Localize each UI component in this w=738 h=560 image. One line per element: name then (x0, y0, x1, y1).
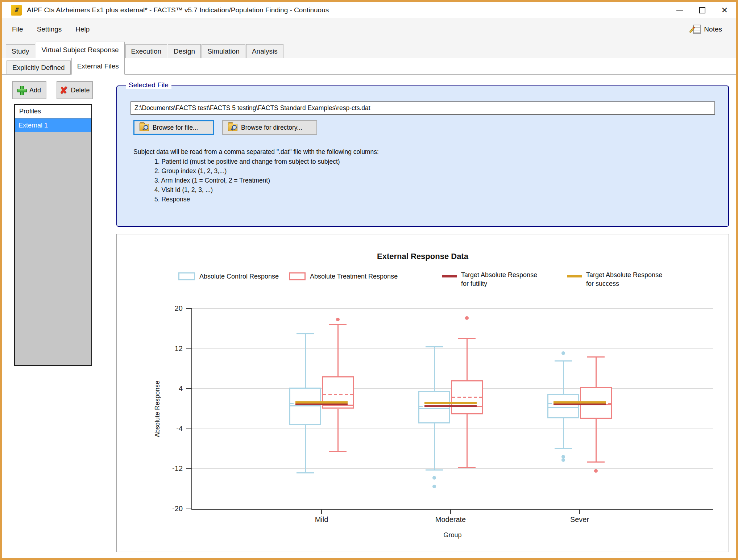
menu-items: FileSettingsHelp (2, 22, 96, 37)
column-item: 2. Group index (1, 2, 3,...) (133, 166, 379, 176)
add-button[interactable]: Add (12, 81, 46, 99)
treatment-sever-whisker-top (596, 357, 597, 387)
xtick-label-Moderate: Moderate (418, 515, 483, 524)
main-tab-row: StudyVirtual Subject ResponseExecutionDe… (2, 41, 736, 58)
control-mild-cap-bottom (297, 472, 314, 473)
maximize-button[interactable] (691, 2, 713, 18)
delete-label: Delete (71, 87, 90, 94)
control-sever-outlier-2 (561, 458, 565, 462)
treatment-moderate-whisker-bottom (467, 414, 468, 468)
notes-button[interactable]: Notes (693, 25, 722, 34)
app-icon: /// (11, 5, 22, 16)
control-mild-cap-top (297, 333, 314, 334)
gridline-y-4 (192, 429, 713, 429)
column-item: 4. Visit Id (1, 2, 3, ...) (133, 185, 379, 195)
treatment-mild-whisker-bottom (337, 409, 339, 452)
column-item: 1. Patient id (must be positive and chan… (133, 157, 379, 166)
file-format-intro: Subject data will be read from a comma s… (133, 147, 379, 156)
control-moderate-whisker-top (434, 347, 435, 391)
treatment-mild-mean (323, 394, 353, 395)
treatment-moderate-whisker-top (467, 338, 468, 380)
control-mild-whisker-bottom (305, 425, 306, 473)
treatment-moderate-mean (452, 397, 482, 398)
menu-item-settings[interactable]: Settings (30, 22, 69, 37)
tab-analysis[interactable]: Analysis (246, 44, 283, 58)
browse-folder-icon (140, 124, 149, 131)
file-path-field[interactable]: Z:\Documents\FACTS test\FACTS 5 testing\… (130, 101, 715, 115)
y-axis-line (191, 309, 192, 510)
target-futility-sever (554, 404, 606, 405)
x-axis-title: Group (420, 531, 485, 539)
subtab-explicitly-defined[interactable]: Explicitly Defined (7, 60, 71, 74)
target-futility-mild (295, 404, 348, 405)
treatment-sever-cap-top (587, 356, 605, 358)
app-window: /// AIPF Cts Alzheimers Ex1 plus externa… (0, 0, 738, 560)
tab-study[interactable]: Study (6, 44, 35, 58)
chart-panel: External Response Data Absolute Control … (116, 234, 729, 552)
control-sever-outlier-0 (561, 351, 565, 355)
window-title: AIPF Cts Alzheimers Ex1 plus external* -… (27, 6, 329, 14)
xtick-Moderate (450, 510, 451, 514)
browse-for-file-button[interactable]: Browse for file... (133, 120, 214, 135)
selected-file-group-label: Selected File (126, 81, 171, 89)
treatment-mild-cap-bottom (329, 451, 347, 452)
file-format-description: Subject data will be read from a comma s… (133, 147, 379, 204)
tab-simulation[interactable]: Simulation (202, 44, 245, 58)
treatment-moderate-cap-bottom (458, 467, 476, 468)
column-item: 3. Arm Index (1 = Control, 2 = Treatment… (133, 176, 379, 185)
ytick-label--12: -12 (152, 464, 183, 473)
title-bar: /// AIPF Cts Alzheimers Ex1 plus externa… (2, 2, 736, 18)
close-icon: ✕ (721, 6, 728, 14)
browse-file-label: Browse for file... (153, 124, 198, 131)
treatment-moderate-outlier-0 (465, 316, 469, 320)
tab-design[interactable]: Design (168, 44, 201, 58)
profile-rows: External 1 (15, 118, 91, 132)
treatment-mild-outlier-0 (336, 318, 340, 321)
profiles-header: Profiles (15, 105, 91, 118)
control-moderate-median (419, 408, 449, 409)
treatment-sever-outlier-0 (594, 469, 598, 473)
column-item: 5. Response (133, 195, 379, 204)
ytick-label--20: -20 (152, 505, 183, 513)
sub-tab-row: Explicitly DefinedExternal Files (2, 58, 736, 75)
minimize-button[interactable] (668, 2, 691, 18)
xtick-label-Sever: Sever (547, 515, 612, 524)
control-moderate-whisker-bottom (434, 423, 435, 470)
delete-button[interactable]: ✘ Delete (57, 81, 93, 99)
treatment-sever-cap-bottom (587, 461, 605, 463)
xtick-Sever (579, 510, 580, 514)
browse-dir-folder-icon (228, 124, 237, 131)
control-sever-cap-bottom (555, 448, 572, 449)
boxplot-area: 20124-4-12-20Absolute ResponseMildModera… (117, 234, 729, 552)
control-moderate-box (418, 391, 450, 423)
subtab-external-files[interactable]: External Files (71, 58, 125, 75)
maximize-icon (699, 7, 705, 13)
menu-item-help[interactable]: Help (69, 22, 96, 37)
close-button[interactable]: ✕ (713, 2, 736, 18)
profile-item[interactable]: External 1 (15, 118, 91, 132)
profiles-list[interactable]: Profiles External 1 (14, 104, 92, 366)
control-moderate-outlier-1 (432, 485, 436, 488)
y-axis-title: Absolute Response (154, 380, 161, 437)
selected-file-group: Selected File Z:\Documents\FACTS test\FA… (116, 85, 729, 227)
gridline-y-12 (192, 468, 713, 469)
magnifier-icon-2 (232, 125, 237, 130)
x-axis-line (191, 509, 713, 510)
control-sever-whisker-bottom (563, 418, 564, 448)
menu-item-file[interactable]: File (5, 22, 30, 37)
control-sever-median (548, 407, 578, 408)
add-label: Add (29, 87, 41, 94)
plus-icon (17, 86, 26, 95)
tab-virtual-subject-response[interactable]: Virtual Subject Response (36, 42, 125, 58)
notes-label: Notes (704, 25, 722, 33)
control-moderate-outlier-0 (432, 476, 436, 480)
column-list: 1. Patient id (must be positive and chan… (133, 157, 379, 204)
notes-icon (693, 25, 701, 34)
ytick-label-12: 12 (152, 344, 183, 353)
gridline-y12 (192, 348, 713, 349)
control-mild-median (290, 405, 320, 406)
window-controls: ✕ (668, 2, 736, 18)
tab-execution[interactable]: Execution (125, 44, 167, 58)
treatment-mild-whisker-top (337, 325, 339, 376)
browse-for-directory-button[interactable]: Browse for directory... (222, 120, 317, 135)
